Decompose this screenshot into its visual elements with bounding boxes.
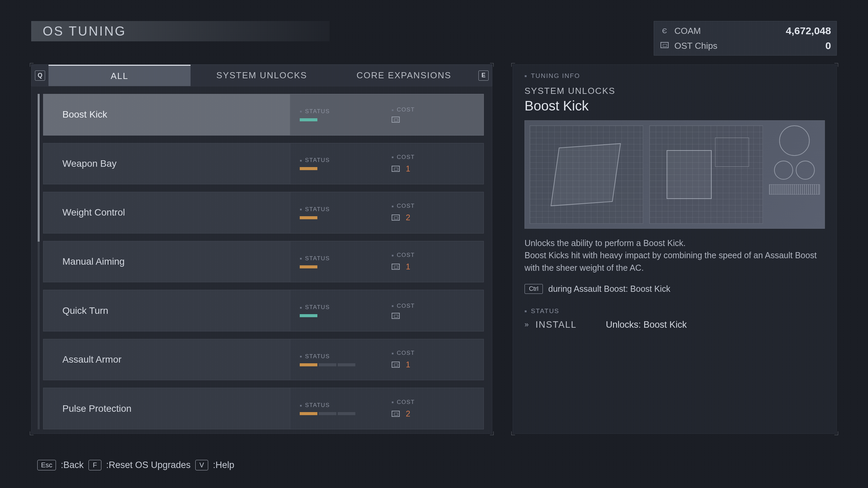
chip-icon: [392, 215, 400, 221]
status-label: STATUS: [300, 255, 383, 262]
install-label: INSTALL: [535, 320, 577, 330]
cost-label: COST: [392, 252, 415, 259]
list-item-name: Weapon Bay: [43, 143, 290, 184]
cost-value: 1: [406, 164, 410, 174]
page-title-bar: OS TUNING: [31, 21, 330, 41]
list-item[interactable]: Assault ArmorSTATUSCOST1: [43, 339, 484, 381]
info-item-name: Boost Kick: [525, 98, 825, 114]
tab-core-expansions[interactable]: CORE EXPANSIONS: [333, 65, 475, 86]
cost-label: COST: [392, 106, 415, 113]
chip-icon: [392, 166, 400, 172]
list-item-name: Quick Turn: [43, 290, 290, 331]
tuning-info-panel: TUNING INFO SYSTEM UNLOCKS Boost Kick Un…: [513, 64, 837, 434]
status-bar: [300, 216, 383, 219]
info-control-text: during Assault Boost: Boost Kick: [548, 284, 670, 294]
status-bar: [300, 314, 383, 317]
back-key[interactable]: Esc: [37, 460, 56, 470]
cost-value: 1: [406, 262, 410, 271]
coam-label: COAM: [674, 26, 701, 36]
chips-value: 0: [825, 40, 831, 52]
cost-label: COST: [392, 203, 415, 209]
blueprint-image: [525, 120, 825, 229]
list-item-name: Pulse Protection: [43, 388, 290, 429]
chip-icon: [659, 42, 670, 50]
info-control-hint: Ctrl during Assault Boost: Boost Kick: [525, 284, 825, 294]
list-item[interactable]: Weapon BaySTATUSCOST1: [43, 143, 484, 185]
tuning-list-panel: Q ALLSYSTEM UNLOCKSCORE EXPANSIONS E Boo…: [31, 64, 492, 434]
cost-label: COST: [392, 399, 415, 406]
coam-value: 4,672,048: [786, 25, 831, 37]
status-bar: [300, 412, 383, 415]
coam-icon: Є: [659, 27, 670, 35]
chips-label: OST Chips: [674, 41, 717, 51]
list-item[interactable]: Pulse ProtectionSTATUSCOST2: [43, 388, 484, 429]
info-status-label: STATUS: [525, 307, 825, 315]
list-scrollbar[interactable]: [38, 94, 40, 429]
list-item-name: Boost Kick: [43, 94, 290, 135]
info-description: Unlocks the ability to perform a Boost K…: [525, 237, 825, 274]
list-item[interactable]: Quick TurnSTATUSCOST: [43, 290, 484, 331]
info-section-label: TUNING INFO: [525, 72, 825, 80]
status-label: STATUS: [300, 157, 383, 164]
list-item[interactable]: Weight ControlSTATUSCOST2: [43, 192, 484, 233]
list-item-name: Manual Aiming: [43, 241, 290, 282]
status-bar: [300, 118, 383, 121]
chip-icon: [392, 362, 400, 368]
cost-label: COST: [392, 154, 415, 161]
cost-value: 2: [406, 213, 410, 222]
list-item-name: Assault Armor: [43, 339, 290, 380]
status-label: STATUS: [300, 108, 383, 115]
help-key[interactable]: V: [195, 460, 208, 470]
reset-key[interactable]: F: [88, 460, 101, 470]
status-label: STATUS: [300, 402, 383, 409]
chip-icon: [392, 313, 400, 319]
list-item[interactable]: Boost KickSTATUSCOST: [43, 94, 484, 136]
cost-value: 1: [406, 360, 410, 369]
cost-value: 2: [406, 409, 410, 419]
status-label: STATUS: [300, 304, 383, 311]
back-label: :Back: [61, 460, 84, 470]
cost-label: COST: [392, 303, 415, 309]
reset-label: :Reset OS Upgrades: [106, 460, 191, 470]
tab-system-unlocks[interactable]: SYSTEM UNLOCKS: [191, 65, 333, 86]
status-bar: [300, 265, 383, 268]
page-title: OS TUNING: [43, 24, 126, 39]
chip-icon: [392, 411, 400, 417]
help-label: :Help: [213, 460, 234, 470]
status-bar: [300, 363, 383, 366]
category-tabs: Q ALLSYSTEM UNLOCKSCORE EXPANSIONS E: [31, 64, 492, 86]
info-category: SYSTEM UNLOCKS: [525, 86, 825, 96]
cost-label: COST: [392, 350, 415, 357]
list-item-name: Weight Control: [43, 192, 290, 233]
install-icon: »: [525, 320, 527, 329]
footer-hints: Esc :Back F :Reset OS Upgrades V :Help: [37, 460, 234, 470]
install-effect: Unlocks: Boost Kick: [606, 320, 687, 330]
status-label: STATUS: [300, 353, 383, 360]
list-item[interactable]: Manual AimingSTATUSCOST1: [43, 241, 484, 283]
tab-all[interactable]: ALL: [48, 65, 191, 86]
currency-panel: Є COAM 4,672,048 OST Chips 0: [654, 21, 837, 56]
chip-icon: [392, 264, 400, 270]
tab-prev-key[interactable]: Q: [35, 70, 45, 81]
ctrl-key-icon: Ctrl: [525, 284, 543, 294]
status-label: STATUS: [300, 206, 383, 213]
tab-next-key[interactable]: E: [478, 70, 489, 81]
chip-icon: [392, 117, 400, 123]
status-bar: [300, 167, 383, 170]
